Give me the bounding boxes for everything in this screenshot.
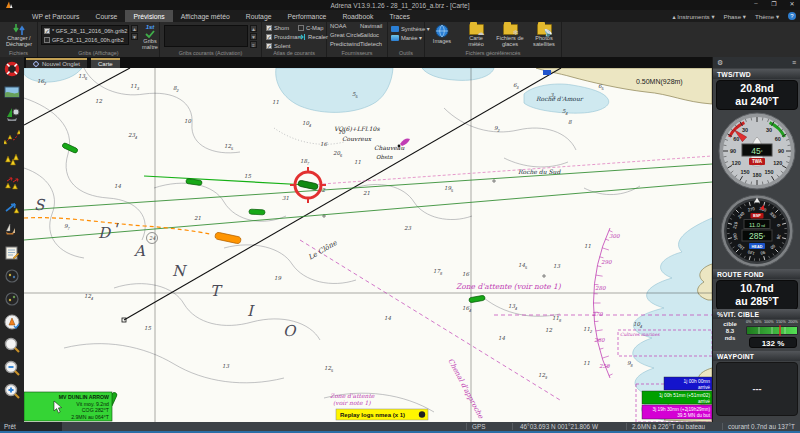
chart-area[interactable]: 1621361138212234104101116206187222131145… bbox=[24, 68, 712, 422]
georef-fichiers-de-glaces[interactable]: ❄Fichiers de glaces bbox=[495, 24, 525, 47]
provider-tidetech[interactable]: Tidetech bbox=[360, 40, 382, 49]
cmap-checkbox[interactable]: ✓C-Map bbox=[298, 23, 328, 32]
checkbox[interactable]: ✓ bbox=[266, 43, 272, 49]
atlas-check-solent[interactable]: ✓Solent bbox=[266, 41, 301, 50]
menu-tab-performance[interactable]: Performance bbox=[279, 10, 334, 22]
photos-satellites-icon: 📡 bbox=[544, 30, 553, 36]
maximize-button[interactable]: ❐ bbox=[768, 0, 780, 7]
outil-mar-e[interactable]: Marée ▾ bbox=[391, 33, 430, 42]
head-label: HEAD bbox=[752, 245, 763, 249]
rose-number: 280 bbox=[595, 285, 606, 291]
status-bar: Prêt GPS 46°03.693 N 001°21.806 W 2.6MN … bbox=[0, 422, 800, 433]
sidebar-tool-fleet[interactable] bbox=[3, 221, 21, 239]
charts-icon bbox=[4, 84, 20, 100]
charger-decharger-button[interactable]: Charger / Décharger bbox=[3, 24, 35, 47]
dial-number: 180 bbox=[752, 172, 761, 178]
menu-right-instruments[interactable]: ▴ Instruments ▾ bbox=[673, 13, 715, 20]
sidebar-tool-notes[interactable] bbox=[3, 244, 21, 262]
sidebar-tool-buoy-select[interactable] bbox=[3, 313, 21, 331]
menu-tab-wp-et-parcours[interactable]: WP et Parcours bbox=[24, 10, 87, 22]
minimize-button[interactable]: – bbox=[750, 0, 762, 7]
provider-saildoc[interactable]: Saildoc bbox=[360, 31, 382, 40]
dial-number: 120 bbox=[773, 160, 782, 166]
seaname-letter: D bbox=[98, 224, 112, 242]
checkbox[interactable]: ✓ bbox=[298, 25, 304, 31]
sidebar-tool-measure-1[interactable] bbox=[3, 267, 21, 285]
provider-noaa[interactable]: NOAA bbox=[330, 22, 361, 31]
grib-row-1[interactable]: ✓GFS_28_11_2016_00h.grib2 bbox=[42, 35, 128, 44]
synthesis-icon bbox=[391, 26, 399, 32]
ribbon-group-gribs-courants: ▲▼≡ Gribs courants (Activation) bbox=[160, 22, 262, 57]
menu-tab-roadbook[interactable]: Roadbook bbox=[334, 10, 381, 22]
grib-checkbox[interactable]: ✓ bbox=[44, 28, 50, 34]
atlas-check-shom[interactable]: ✓Shom bbox=[266, 23, 301, 32]
menu-tab-affichage-m-t-o[interactable]: Affichage météo bbox=[173, 10, 238, 22]
buoy-select-icon bbox=[4, 314, 20, 330]
checkbox[interactable]: ✓ bbox=[266, 34, 272, 40]
fichiers-de-glaces-icon: ❄ bbox=[513, 30, 519, 36]
menu-right-th-me[interactable]: Thème ▾ bbox=[755, 13, 779, 20]
sidebar-tool-charts[interactable] bbox=[3, 83, 21, 101]
chart-symbol-building bbox=[543, 70, 551, 75]
status-separator bbox=[512, 423, 513, 430]
menu-tab-course[interactable]: Course bbox=[87, 10, 125, 22]
georef-images[interactable]: Images bbox=[427, 24, 457, 47]
fleet-icon bbox=[4, 222, 20, 238]
grib-checkbox[interactable]: ✓ bbox=[44, 37, 50, 43]
sidebar-tool-boat-data[interactable] bbox=[3, 106, 21, 124]
gribs-list-spinner[interactable]: ▲▼ bbox=[131, 25, 138, 40]
georef-photos-satellites[interactable]: 📡Photos satellites bbox=[529, 24, 559, 47]
recaler-icon bbox=[298, 34, 306, 40]
atlas-check-proudman[interactable]: ✓Proudman bbox=[266, 32, 301, 41]
depth-sounding: 11 bbox=[354, 159, 361, 165]
menu-tab-routage[interactable]: Routage bbox=[238, 10, 280, 22]
gribs-maitre-button[interactable]: 1st Gribs maître bbox=[140, 24, 160, 50]
gribs-listbox[interactable]: ✓* GFS_28_11_2016_06h.grib2✓GFS_28_11_20… bbox=[41, 25, 129, 45]
sidebar-tool-marks[interactable] bbox=[3, 152, 21, 170]
ais-boat[interactable] bbox=[249, 209, 265, 215]
outil-synth-se[interactable]: Synthèse ▾ bbox=[391, 24, 430, 33]
chart-label: VQ(6)+LFl.10s bbox=[334, 125, 380, 132]
wind-angle-dial[interactable]: 30306060909012012015015018045°TWA bbox=[713, 111, 800, 191]
title-bar: Adrena V13.9.1.26 - 28_11_2016_a.brz - [… bbox=[0, 0, 800, 10]
menu-right-phase[interactable]: Phase ▾ bbox=[724, 13, 746, 20]
recaler-button[interactable]: Recaler bbox=[298, 32, 328, 41]
sidebar-tool-mark-arrow[interactable] bbox=[3, 198, 21, 216]
seaname-letter: A bbox=[133, 242, 146, 260]
compass-dial[interactable]: 0306090120150180210240270300330BSP11.0 n… bbox=[713, 193, 800, 269]
rose-number: 260 bbox=[594, 337, 605, 343]
checkbox[interactable]: ✓ bbox=[266, 25, 272, 31]
georef-carte-m-t-o[interactable]: ☁Carte météo bbox=[461, 24, 491, 47]
menu-bar: WP et ParcoursCoursePrévisionsAffichage … bbox=[0, 10, 800, 22]
panel-menu-icon[interactable]: ≡ bbox=[792, 59, 796, 66]
tab-nouvel-onglet[interactable]: Nouvel Onglet bbox=[26, 58, 87, 68]
nautical-chart[interactable]: 1621361138212234104101116206187222131145… bbox=[24, 68, 712, 422]
provider-great-circle[interactable]: Great Circle bbox=[330, 31, 361, 40]
scale-label: 100% bbox=[764, 320, 774, 324]
cible-label: cible bbox=[716, 321, 744, 328]
replay-button-icon[interactable] bbox=[419, 411, 425, 417]
provider-predictwind[interactable]: Predictwind bbox=[330, 40, 361, 49]
gribs-courants-spinner[interactable]: ▲▼≡ bbox=[250, 25, 257, 48]
sidebar-tool-route-edit[interactable] bbox=[3, 129, 21, 147]
sidebar-tool-mob[interactable] bbox=[3, 60, 21, 78]
gribs-courants-listbox[interactable] bbox=[164, 25, 248, 47]
sidebar-tool-zoom-in[interactable] bbox=[3, 382, 21, 400]
tab-carte[interactable]: Carte bbox=[91, 58, 120, 68]
gear-icon[interactable]: ⚙ bbox=[717, 59, 723, 67]
chart-label: Zone d'attente bbox=[330, 392, 375, 399]
depth-sounding: 14 bbox=[384, 315, 391, 321]
sidebar-tool-measure-2[interactable] bbox=[3, 290, 21, 308]
menu-tab-traces[interactable]: Traces bbox=[381, 10, 418, 22]
sidebar-tool-zoom-out[interactable] bbox=[3, 359, 21, 377]
georef-buttons: Images☁Carte météo❄Fichiers de glaces📡Ph… bbox=[427, 24, 559, 47]
provider-navimail[interactable]: Navimail bbox=[360, 22, 382, 31]
sidebar-tool-marks-move[interactable] bbox=[3, 175, 21, 193]
help-button[interactable]: ? bbox=[788, 12, 796, 20]
menu-tab-pr-visions[interactable]: Prévisions bbox=[125, 10, 172, 22]
sidebar-tool-zoom-window[interactable] bbox=[3, 336, 21, 354]
grib-row-0[interactable]: ✓* GFS_28_11_2016_06h.grib2 bbox=[42, 26, 128, 35]
close-button[interactable]: ✕ bbox=[786, 0, 798, 7]
chart-label: Chauveau bbox=[374, 144, 404, 151]
group-label-atlas: Atlas de courants bbox=[262, 50, 326, 57]
